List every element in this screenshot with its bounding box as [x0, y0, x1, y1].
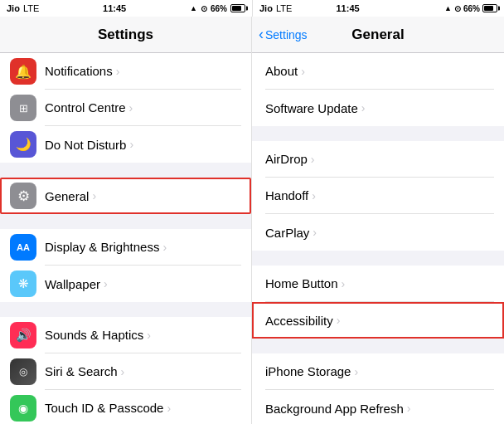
accessibility-label: Accessibility › [265, 302, 494, 339]
display-label: Display & Brightness › [45, 229, 241, 266]
settings-row-touch-id[interactable]: ◉ Touch ID & Passcode › [0, 390, 251, 424]
left-sep-1 [0, 163, 251, 178]
background-app-chevron: › [407, 402, 411, 415]
back-chevron-icon: ‹ [259, 26, 264, 43]
left-group-3: AA Display & Brightness › ❋ Wallpaper › [0, 229, 251, 302]
sounds-icon: 🔊 [10, 322, 36, 348]
right-carrier: Jio [259, 3, 273, 13]
right-wifi-icon: ⊙ [454, 4, 461, 13]
carplay-chevron: › [313, 226, 317, 239]
settings-row-background-app[interactable]: Background App Refresh › [252, 390, 504, 424]
background-app-label: Background App Refresh › [265, 390, 494, 424]
right-network: LTE [276, 3, 292, 13]
software-update-label: Software Update › [265, 90, 494, 126]
control-centre-icon: ⊞ [10, 95, 36, 121]
right-time: 11:45 [336, 3, 359, 13]
settings-row-do-not-disturb[interactable]: 🌙 Do Not Disturb › [0, 126, 251, 163]
settings-row-sounds[interactable]: 🔊 Sounds & Haptics › [0, 317, 251, 353]
handoff-label: Handoff › [265, 178, 494, 214]
left-nav-bar: Settings [0, 17, 251, 53]
about-label: About › [265, 53, 494, 90]
right-status-icons: ▲ ⊙ 66% [444, 4, 497, 13]
touch-id-label: Touch ID & Passcode › [45, 390, 241, 424]
right-nav-bar: ‹ Settings General [252, 17, 504, 53]
carplay-label: CarPlay › [265, 214, 494, 251]
right-panel: ‹ Settings General About › Software Upda… [252, 17, 504, 424]
left-wifi-icon: ⊙ [201, 4, 207, 13]
settings-row-home-button[interactable]: Home Button › [252, 266, 504, 302]
airdrop-chevron: › [311, 153, 315, 166]
left-battery-pct: 66% [211, 4, 227, 13]
notifications-icon: 🔔 [10, 58, 36, 85]
right-signal-icon: ▲ [444, 4, 452, 12]
left-settings-list: 🔔 Notifications › ⊞ Control Centre › 🌙 [0, 53, 251, 424]
touch-id-icon: ◉ [10, 395, 36, 422]
right-battery-icon [482, 4, 497, 12]
right-sep-3 [252, 339, 504, 353]
right-group-2: AirDrop › Handoff › CarPlay › [252, 141, 504, 251]
left-network: LTE [23, 3, 39, 13]
accessibility-chevron: › [337, 314, 341, 327]
home-button-label: Home Button › [265, 266, 494, 302]
right-sep-1 [252, 126, 504, 141]
right-group-1: About › Software Update › [252, 53, 504, 126]
general-label: General › [45, 178, 241, 214]
general-chevron: › [92, 189, 96, 202]
touch-id-chevron: › [167, 402, 171, 415]
software-update-chevron: › [361, 101, 366, 115]
settings-row-wallpaper[interactable]: ❋ Wallpaper › [0, 266, 251, 302]
right-settings-list: About › Software Update › AirDrop [252, 53, 504, 424]
sounds-label: Sounds & Haptics › [45, 317, 241, 353]
right-nav-title: General [351, 27, 404, 43]
do-not-disturb-icon: 🌙 [10, 131, 36, 158]
settings-row-display[interactable]: AA Display & Brightness › [0, 229, 251, 266]
siri-chevron: › [121, 365, 125, 378]
settings-row-airdrop[interactable]: AirDrop › [252, 141, 504, 178]
settings-row-notifications[interactable]: 🔔 Notifications › [0, 53, 251, 90]
notifications-label: Notifications › [45, 53, 241, 90]
display-chevron: › [162, 241, 167, 254]
back-button[interactable]: ‹ Settings [259, 26, 308, 43]
settings-row-about[interactable]: About › [252, 53, 504, 90]
right-group-4: iPhone Storage › Background App Refresh … [252, 353, 504, 424]
settings-row-handoff[interactable]: Handoff › [252, 178, 504, 214]
display-icon: AA [10, 234, 36, 261]
settings-row-general[interactable]: ⚙ General › [0, 178, 251, 214]
general-icon: ⚙ [10, 183, 36, 209]
right-battery-pct: 66% [463, 4, 480, 13]
iphone-storage-chevron: › [354, 365, 358, 378]
left-battery-icon [230, 4, 245, 12]
status-bar: Jio LTE 11:45 ▲ ⊙ 66% Jio LTE 11:45 ▲ ⊙ … [0, 0, 504, 17]
settings-row-accessibility[interactable]: Accessibility › [252, 302, 504, 339]
siri-icon: ◎ [10, 358, 36, 385]
left-status-bar: Jio LTE 11:45 ▲ ⊙ 66% [0, 0, 252, 17]
left-nav-title: Settings [98, 27, 153, 43]
settings-row-carplay[interactable]: CarPlay › [252, 214, 504, 251]
wallpaper-label: Wallpaper › [45, 266, 241, 302]
left-group-1: 🔔 Notifications › ⊞ Control Centre › 🌙 [0, 53, 251, 163]
about-chevron: › [301, 65, 305, 78]
wallpaper-icon: ❋ [10, 270, 36, 297]
back-label: Settings [265, 28, 308, 41]
siri-label: Siri & Search › [45, 353, 241, 390]
left-signal-icon: ▲ [190, 4, 197, 12]
left-panel: Settings 🔔 Notifications › ⊞ Control Cen… [0, 17, 252, 424]
right-group-3: Home Button › Accessibility › [252, 266, 504, 339]
left-sep-2 [0, 214, 251, 229]
do-not-disturb-label: Do Not Disturb › [45, 126, 241, 163]
wallpaper-chevron: › [104, 277, 108, 290]
left-group-4: 🔊 Sounds & Haptics › ◎ Siri & Search › ◉ [0, 317, 251, 424]
left-sep-3 [0, 302, 251, 317]
left-time: 11:45 [103, 3, 126, 13]
home-button-chevron: › [342, 277, 346, 290]
notifications-chevron: › [116, 65, 120, 78]
settings-row-siri[interactable]: ◎ Siri & Search › [0, 353, 251, 390]
control-centre-chevron: › [129, 101, 133, 115]
sounds-chevron: › [147, 329, 151, 342]
left-carrier: Jio [7, 3, 20, 13]
settings-row-software-update[interactable]: Software Update › [252, 90, 504, 126]
handoff-chevron: › [312, 189, 316, 202]
settings-row-control-centre[interactable]: ⊞ Control Centre › [0, 90, 251, 126]
settings-row-iphone-storage[interactable]: iPhone Storage › [252, 353, 504, 390]
airdrop-label: AirDrop › [265, 141, 494, 178]
